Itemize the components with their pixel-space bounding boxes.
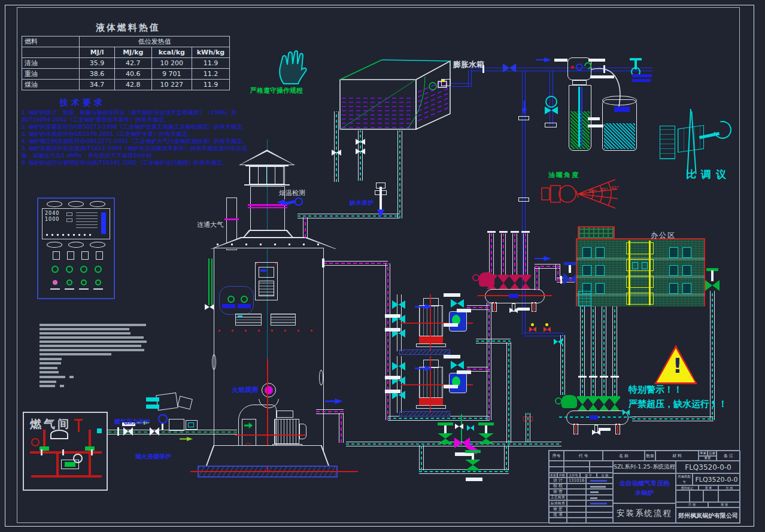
panel-indicator xyxy=(66,279,72,285)
fuel-value: 10 200 xyxy=(151,58,192,69)
panel-switch xyxy=(96,251,103,260)
fuel-name: 清油 xyxy=(22,58,80,69)
tech-note-line: 6. 锅炉的运行与管理应符合JB/T10345-2002《工业锅炉运行规程》的有… xyxy=(22,160,228,166)
tb-header-remark: 备 注 xyxy=(717,451,740,461)
signature-squiggle xyxy=(590,503,607,504)
cyan-valve-icon xyxy=(451,299,464,308)
stair-landing xyxy=(626,242,654,254)
flame-port xyxy=(265,386,273,394)
makeup-drop-pipe xyxy=(560,335,565,395)
tb-grid-cell xyxy=(590,461,613,467)
fuel-value: 35.9 xyxy=(80,58,114,69)
building-window xyxy=(682,247,691,258)
low-water-label: 缺水保护 xyxy=(350,199,374,206)
title-block: 序号 代 号 名 称 数量 材 料 单重 总重 重量 备 注 SZL系列-1.2… xyxy=(548,450,740,523)
chimney-louver xyxy=(249,166,285,184)
nozzle-angle-value: 60° xyxy=(589,190,596,194)
tb-sig-name xyxy=(586,478,613,484)
label-bar xyxy=(385,376,400,379)
branch-foot xyxy=(545,123,557,127)
door-knob-icon xyxy=(241,296,248,303)
chimney-band xyxy=(248,204,287,206)
label-bar xyxy=(385,314,400,318)
low-water-probe-hex xyxy=(375,190,387,195)
gate-valve-wheel xyxy=(564,262,577,265)
barrel-label-bar xyxy=(614,107,630,112)
unit-header: MJ/l xyxy=(80,47,114,58)
softener-head-red-dot xyxy=(571,66,574,69)
relief-tee xyxy=(74,419,83,421)
teal-branch-drop xyxy=(506,342,511,443)
flange-tick xyxy=(482,65,484,73)
louver-base-line xyxy=(244,184,290,186)
panel-tick xyxy=(93,288,103,290)
tb-sig-name xyxy=(586,495,613,501)
fuel-value: 9 701 xyxy=(151,69,192,80)
tank-left-pipe xyxy=(334,111,339,182)
tb-sig-value xyxy=(567,484,586,490)
softener-tube xyxy=(578,87,580,147)
corner-dot xyxy=(256,263,257,265)
panel-readout: 2040 xyxy=(45,211,59,217)
low-water-probe-head xyxy=(376,183,385,189)
fuel-value: 34.7 xyxy=(80,80,114,90)
stair-window xyxy=(642,262,648,269)
panel-tick xyxy=(50,288,60,290)
tb-rev-date: 日 期 xyxy=(597,473,613,478)
table-row: 清油 35.9 42.7 10 200 11.9 xyxy=(22,58,230,69)
float-valve-icon xyxy=(441,79,451,86)
mini-valve-cap xyxy=(545,323,548,326)
panel-switch xyxy=(53,251,60,260)
manifold-riser xyxy=(489,233,494,278)
manifold-leg-core xyxy=(533,302,535,312)
control-panel: 2040 1000 xyxy=(37,197,115,299)
lhv-header: 低位发热值 xyxy=(80,37,230,47)
tech-note-line: 2. 锅炉的安装应符合GB50273-1998《工业锅炉安装工程施工及验收规范》… xyxy=(22,124,248,130)
tech-note-line: 3. 锅炉的水质应符合GB1576-2001《工业锅炉水质》的有关规定。 xyxy=(22,131,193,137)
control-box-lower xyxy=(259,281,274,296)
manifold-riser xyxy=(501,233,506,278)
flange-tick xyxy=(560,276,562,284)
pump-body xyxy=(419,367,443,398)
fuel-value: 38.6 xyxy=(80,69,114,80)
manifold-feed-stub xyxy=(526,413,530,442)
fuel-value: 10 227 xyxy=(151,80,192,90)
panel-switch xyxy=(67,251,74,260)
panel-fine-text xyxy=(76,211,98,228)
fuel-name: 煤油 xyxy=(22,80,80,90)
unit-header: MJ/kg xyxy=(114,47,151,58)
tb-mark-header: 图样标记 xyxy=(676,485,699,490)
tank-feed-stub xyxy=(450,83,470,87)
bypass-elbow xyxy=(504,445,509,470)
tb-rev-count: 件数 xyxy=(557,473,567,478)
boiler-control-box xyxy=(255,262,278,300)
panel-button xyxy=(68,201,84,207)
tb-grid-cell xyxy=(549,461,564,467)
gate-valve-stem xyxy=(485,425,487,434)
gate-valve-stem xyxy=(569,265,571,273)
tb-drawing-no: FLQ3520-0-0 xyxy=(676,461,740,473)
tb-sig-label: 审 定 xyxy=(549,506,567,512)
butterfly-valve-icon xyxy=(31,438,40,446)
tb-sig-value xyxy=(567,512,586,518)
softener-tube-blue xyxy=(581,87,582,147)
cyan-fitting xyxy=(188,422,194,427)
ratio-controller-label: 比调议 xyxy=(686,169,731,180)
tb-sig-name xyxy=(586,484,613,490)
tb-rev-doc: 文件号 xyxy=(567,473,580,478)
boiler-return-elbow xyxy=(339,413,344,443)
redacted-text-line xyxy=(40,349,144,351)
fuel-value: 42.7 xyxy=(114,58,151,69)
tb-grid-cell xyxy=(549,467,564,473)
tech-note-line: 验，试验压力为1.4MPa，并在此压力下保持20分钟。 xyxy=(22,153,157,159)
tb-sig-name xyxy=(586,500,613,506)
fuel-table: 燃料 低位发热值 MJ/l MJ/kg kcal/kg kWh/kg 清油 35… xyxy=(22,36,230,90)
tb-company: 郑州枫岚锅炉有限公司 xyxy=(676,507,740,524)
tb-grid-cell xyxy=(564,461,590,467)
building-window xyxy=(596,283,605,294)
tb-sig-label: 工艺检查 xyxy=(549,495,567,501)
signature-squiggle xyxy=(590,486,606,488)
tank-drain-pipe xyxy=(358,130,363,181)
tb-sig-label: 标准检查 xyxy=(549,500,567,506)
gas-pipe xyxy=(56,454,59,478)
